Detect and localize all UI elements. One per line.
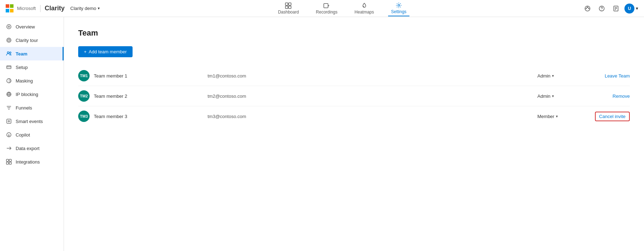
notifications-icon-button[interactable]: [610, 3, 622, 14]
svg-point-6: [398, 4, 399, 6]
share-icon: [584, 5, 591, 12]
member-email: tm3@contoso.com: [208, 114, 537, 119]
sidebar-item-label: Masking: [16, 78, 33, 84]
sidebar-item-setup[interactable]: Setup: [0, 60, 64, 74]
add-team-member-label: Add team member: [89, 49, 127, 54]
sidebar-item-integrations[interactable]: Integrations: [0, 155, 64, 169]
app-name: Clarity: [45, 5, 65, 12]
svg-point-34: [8, 121, 10, 122]
sidebar-item-ip-blocking[interactable]: IP blocking: [0, 87, 64, 101]
member-avatar: TM2: [78, 90, 90, 102]
role-label: Admin: [537, 94, 551, 99]
svg-marker-5: [328, 5, 329, 6]
plus-icon: +: [84, 49, 87, 54]
sidebar-item-copilot[interactable]: Copilot: [0, 128, 64, 141]
chevron-down-icon: ▾: [552, 74, 554, 78]
svg-point-22: [8, 39, 10, 41]
sidebar-item-label: Integrations: [16, 159, 40, 165]
ip-blocking-icon: [6, 91, 12, 97]
nav-recordings[interactable]: Recordings: [313, 1, 340, 16]
svg-rect-0: [285, 3, 288, 5]
main-layout: Overview Clarity tour Team: [0, 17, 644, 251]
chevron-down-icon: ▾: [556, 114, 558, 119]
member-role-selector[interactable]: Member ▾: [537, 114, 580, 119]
funnels-icon: [6, 105, 12, 111]
chevron-down-icon: ▾: [98, 6, 100, 11]
overview-icon: [6, 23, 12, 30]
nav-dashboard[interactable]: Dashboard: [275, 1, 302, 16]
svg-rect-25: [7, 66, 11, 69]
svg-rect-37: [9, 159, 11, 161]
svg-rect-3: [289, 6, 291, 9]
help-icon: [599, 5, 605, 12]
chevron-down-icon: ▾: [552, 94, 554, 98]
sidebar-item-label: Clarity tour: [16, 38, 38, 43]
svg-rect-2: [285, 6, 288, 9]
sidebar-item-funnels[interactable]: Funnels: [0, 101, 64, 114]
top-navigation: Microsoft Clarity Clarity demo ▾ Dashboa…: [0, 0, 644, 17]
role-label: Member: [537, 114, 554, 119]
svg-rect-1: [289, 3, 291, 5]
masking-icon: [6, 78, 12, 84]
setup-icon: [6, 64, 12, 70]
chevron-down-icon: ▾: [636, 6, 638, 11]
sidebar-item-label: Overview: [16, 24, 35, 30]
help-icon-button[interactable]: [596, 3, 607, 14]
user-menu-button[interactable]: U ▾: [624, 4, 638, 14]
svg-point-19: [7, 25, 11, 29]
add-team-member-button[interactable]: + Add team member: [78, 46, 133, 57]
team-icon: [6, 50, 12, 57]
sidebar-item-team[interactable]: Team: [0, 47, 64, 60]
member-action: Remove: [580, 94, 630, 99]
page-title: Team: [78, 28, 630, 38]
team-row: TM2 Team member 2 tm2@contoso.com Admin …: [78, 86, 630, 106]
share-icon-button[interactable]: [582, 3, 593, 14]
member-action: Cancel invite: [580, 112, 630, 121]
member-role-selector[interactable]: Admin ▾: [537, 73, 580, 79]
member-avatar: TM3: [78, 111, 90, 122]
svg-line-12: [587, 7, 589, 9]
svg-rect-4: [324, 4, 328, 8]
project-selector[interactable]: Clarity demo ▾: [68, 4, 103, 12]
member-name: Team member 2: [94, 94, 208, 99]
member-role-selector[interactable]: Admin ▾: [537, 94, 580, 99]
svg-point-24: [10, 52, 11, 53]
ms-label: Microsoft: [17, 6, 36, 11]
nav-settings[interactable]: Settings: [388, 1, 409, 16]
sidebar-item-overview[interactable]: Overview: [0, 20, 64, 33]
dashboard-icon: [285, 2, 291, 9]
svg-point-23: [7, 52, 9, 54]
recordings-icon: [323, 2, 330, 9]
nav-right: U ▾: [582, 3, 638, 14]
cancel-invite-button[interactable]: Cancel invite: [595, 112, 630, 121]
member-email: tm2@contoso.com: [208, 94, 537, 99]
settings-icon: [396, 2, 402, 9]
member-email: tm1@contoso.com: [208, 73, 537, 79]
sidebar-item-label: Team: [16, 51, 27, 57]
remove-member-button[interactable]: Remove: [613, 94, 630, 99]
svg-rect-36: [6, 159, 9, 161]
member-name: Team member 3: [94, 114, 208, 119]
member-avatar: TM1: [78, 70, 90, 81]
smart-events-icon: [6, 118, 12, 124]
sidebar-item-clarity-tour[interactable]: Clarity tour: [0, 33, 64, 47]
nav-center: Dashboard Recordings Heatmaps Settings: [275, 1, 409, 16]
sidebar-item-label: IP blocking: [16, 92, 38, 97]
team-list: TM1 Team member 1 tm1@contoso.com Admin …: [78, 66, 630, 126]
member-name: Team member 1: [94, 73, 208, 79]
sidebar-item-smart-events[interactable]: Smart events: [0, 114, 64, 128]
member-action: Leave Team: [580, 73, 630, 79]
svg-line-11: [586, 7, 587, 9]
svg-rect-33: [7, 119, 11, 123]
sidebar-item-label: Data export: [16, 146, 39, 151]
nav-heatmaps[interactable]: Heatmaps: [352, 1, 377, 16]
sidebar-item-data-export[interactable]: Data export: [0, 141, 64, 155]
leave-team-button[interactable]: Leave Team: [605, 73, 630, 79]
team-row: TM3 Team member 3 tm3@contoso.com Member…: [78, 106, 630, 126]
nav-divider: [40, 5, 41, 12]
sidebar: Overview Clarity tour Team: [0, 17, 64, 251]
sidebar-item-label: Funnels: [16, 105, 32, 111]
avatar: U: [624, 4, 634, 14]
main-content: Team + Add team member TM1 Team member 1…: [64, 17, 644, 251]
sidebar-item-masking[interactable]: Masking: [0, 74, 64, 87]
